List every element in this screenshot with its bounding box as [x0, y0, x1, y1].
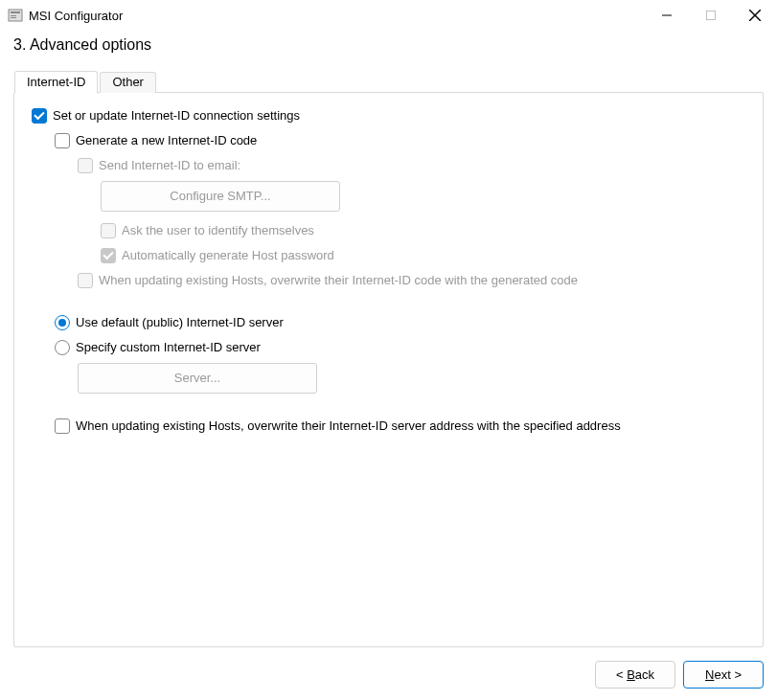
minimize-button[interactable] — [645, 0, 689, 31]
svg-rect-3 — [11, 17, 16, 18]
app-icon — [8, 8, 23, 23]
row-auto-host-pw: Automatically generate Host password — [101, 246, 745, 265]
close-button[interactable] — [733, 0, 777, 31]
label-generate-new: Generate a new Internet-ID code — [76, 131, 257, 150]
label-send-email: Send Internet-ID to email: — [99, 156, 240, 175]
checkbox-auto-host-pw — [101, 248, 116, 263]
row-overwrite-server: When updating existing Hosts, overwrite … — [55, 417, 745, 436]
row-send-email: Send Internet-ID to email: — [78, 156, 745, 175]
row-smtp-button: Configure SMTP... — [101, 181, 745, 212]
next-button[interactable]: Next > — [683, 661, 764, 689]
radio-specify-custom-server[interactable] — [55, 340, 70, 355]
tab-strip: Internet-ID Other — [14, 70, 158, 93]
checkbox-send-email — [78, 158, 93, 173]
row-specify-custom-server: Specify custom Internet-ID server — [55, 338, 745, 357]
back-button[interactable]: < Back — [595, 661, 675, 689]
label-set-or-update: Set or update Internet-ID connection set… — [53, 106, 300, 125]
svg-rect-1 — [11, 11, 20, 13]
server-button: Server... — [78, 363, 317, 394]
page-heading: 3. Advanced options — [0, 31, 777, 63]
row-generate-new: Generate a new Internet-ID code — [55, 131, 745, 150]
row-use-default-server: Use default (public) Internet-ID server — [55, 313, 745, 332]
checkbox-ask-identify — [101, 223, 116, 238]
checkbox-set-or-update[interactable] — [32, 108, 47, 124]
label-overwrite-code: When updating existing Hosts, overwrite … — [99, 271, 578, 290]
checkbox-overwrite-server[interactable] — [55, 418, 70, 434]
row-set-or-update: Set or update Internet-ID connection set… — [32, 106, 745, 125]
tab-other[interactable]: Other — [100, 72, 156, 93]
maximize-button — [689, 0, 733, 31]
radio-use-default-server[interactable] — [55, 315, 70, 330]
tab-internet-id[interactable]: Internet-ID — [14, 71, 98, 94]
window-title: MSI Configurator — [29, 9, 645, 23]
content-area: Internet-ID Other Set or update Internet… — [0, 63, 777, 647]
label-auto-host-pw: Automatically generate Host password — [122, 246, 334, 265]
next-button-label: Next > — [705, 667, 742, 682]
window-controls — [645, 0, 777, 31]
row-server-button: Server... — [78, 363, 745, 394]
label-overwrite-server: When updating existing Hosts, overwrite … — [76, 417, 621, 436]
checkbox-overwrite-code — [78, 273, 93, 288]
label-ask-identify: Ask the user to identify themselves — [122, 221, 314, 240]
svg-rect-5 — [707, 11, 716, 20]
checkbox-generate-new[interactable] — [55, 133, 70, 148]
back-button-label: < Back — [616, 667, 654, 682]
label-specify-custom-server: Specify custom Internet-ID server — [76, 338, 261, 357]
title-bar: MSI Configurator — [0, 0, 777, 31]
row-ask-identify: Ask the user to identify themselves — [101, 221, 745, 240]
svg-rect-2 — [11, 15, 16, 16]
footer: < Back Next > — [595, 661, 764, 689]
label-use-default-server: Use default (public) Internet-ID server — [76, 313, 284, 332]
row-overwrite-code: When updating existing Hosts, overwrite … — [78, 271, 745, 290]
tab-panel: Internet-ID Other Set or update Internet… — [13, 92, 764, 647]
configure-smtp-button: Configure SMTP... — [101, 181, 340, 212]
